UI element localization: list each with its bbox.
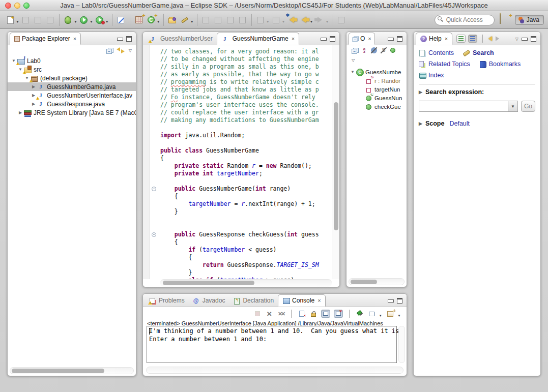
- outline-hscrollbar[interactable]: [349, 278, 405, 285]
- close-icon[interactable]: ×: [292, 36, 295, 42]
- remove-all-terminated-button[interactable]: ✕✕: [277, 310, 285, 318]
- minimize-view-icon[interactable]: [522, 38, 528, 41]
- tab-package-explorer[interactable]: Package Explorer ×: [10, 33, 81, 45]
- tab-help[interactable]: ? Help ×: [416, 33, 452, 45]
- search-expression-section[interactable]: ▶ Search expression:: [419, 88, 535, 96]
- open-type-button[interactable]: [167, 15, 178, 25]
- package-explorer-hscrollbar[interactable]: [10, 367, 134, 374]
- pin-editor-button[interactable]: [336, 15, 346, 25]
- zoom-window-button[interactable]: [23, 3, 30, 9]
- expand-arrow-icon[interactable]: ▶: [17, 110, 23, 115]
- clear-console-button[interactable]: ×: [298, 310, 306, 318]
- fold-collapse-icon[interactable]: [152, 232, 156, 237]
- minimize-view-icon[interactable]: [321, 38, 327, 41]
- code-editor[interactable]: // two classes, for a very good reason: …: [143, 45, 339, 287]
- tab-guessnumbergame[interactable]: J GuessNumberGame ×: [217, 33, 299, 45]
- close-window-button[interactable]: [5, 3, 11, 9]
- terminate-button[interactable]: [253, 310, 262, 318]
- view-menu-icon[interactable]: ▽: [352, 58, 355, 63]
- close-icon[interactable]: ×: [445, 36, 448, 42]
- search-dropdown-icon[interactable]: ▼: [190, 20, 194, 23]
- link-with-editor-icon[interactable]: [117, 47, 125, 53]
- tree-item[interactable]: ▼Lab0: [8, 56, 136, 65]
- close-icon[interactable]: ×: [318, 297, 321, 304]
- external-browser-button[interactable]: [201, 15, 211, 25]
- scope-default-link[interactable]: Default: [449, 120, 470, 127]
- previous-annotation-button[interactable]: [271, 15, 281, 25]
- outline-item[interactable]: ▼GuessNumbe: [347, 68, 407, 76]
- view-menu-icon[interactable]: ▽: [515, 37, 518, 41]
- search-expression-combo[interactable]: ▼: [419, 101, 518, 112]
- expand-arrow-icon[interactable]: ▶: [419, 121, 422, 126]
- display-console-dropdown-icon[interactable]: ▼: [379, 314, 382, 317]
- new-class-button[interactable]: C+: [146, 15, 156, 25]
- tree-item[interactable]: ▶JRE System Library [Java SE 7 (MacOS: [8, 108, 136, 117]
- maximize-view-icon[interactable]: [531, 36, 536, 42]
- next-annotation-dropdown-icon[interactable]: ▼: [266, 20, 270, 23]
- print-button[interactable]: [45, 15, 55, 25]
- open-console-button[interactable]: +: [386, 310, 394, 318]
- tree-item[interactable]: ▼src: [8, 65, 136, 74]
- forward-button[interactable]: [314, 15, 325, 25]
- java-perspective-button[interactable]: Java: [515, 15, 544, 25]
- quick-access-input[interactable]: [435, 15, 495, 25]
- tab-problems[interactable]: Problems: [145, 294, 189, 307]
- go-button[interactable]: Go: [521, 101, 535, 112]
- help-forward-icon[interactable]: [496, 36, 499, 41]
- debug-button[interactable]: [63, 15, 73, 25]
- last-edit-location-button[interactable]: ✱: [287, 15, 297, 25]
- open-console-dropdown-icon[interactable]: ▼: [397, 314, 401, 317]
- expand-arrow-icon[interactable]: ▶: [31, 102, 37, 106]
- show-console-on-stdout-button[interactable]: [321, 310, 330, 318]
- mark-occurrences-button[interactable]: [116, 15, 126, 25]
- new-java-project-button[interactable]: +: [134, 15, 144, 25]
- new-wizard-button[interactable]: +: [5, 15, 15, 25]
- show-search-results-button[interactable]: [468, 35, 477, 43]
- hide-fields-icon[interactable]: [371, 47, 377, 53]
- display-console-button[interactable]: [367, 310, 376, 318]
- maximize-view-icon[interactable]: [397, 298, 402, 304]
- help-back-icon[interactable]: [488, 36, 492, 41]
- expand-arrow-icon[interactable]: ▶: [31, 84, 37, 89]
- editor-hscrollbar[interactable]: [160, 279, 332, 287]
- view-menu-icon[interactable]: ▽: [129, 48, 132, 53]
- tab-outline[interactable]: O ×: [349, 33, 375, 45]
- tree-item[interactable]: ▶JGuessNumberUserInterface.jav: [8, 91, 136, 100]
- next-annotation-button[interactable]: [255, 15, 266, 25]
- show-whitespace-button[interactable]: [225, 15, 236, 25]
- maximize-view-icon[interactable]: [330, 36, 335, 42]
- remove-launch-button[interactable]: ✕: [265, 310, 273, 318]
- outline-item[interactable]: Sr : Randor: [347, 76, 407, 85]
- editor-vscrollbar[interactable]: [332, 45, 339, 279]
- open-perspective-button[interactable]: +: [500, 15, 511, 25]
- collapse-arrow-icon[interactable]: ▼: [350, 70, 356, 74]
- new-wizard-dropdown-icon[interactable]: ▼: [16, 20, 19, 23]
- tab-javadoc[interactable]: Javadoc: [189, 294, 229, 307]
- console-hscrollbar[interactable]: [146, 367, 403, 374]
- scope-section[interactable]: ▶ Scope Default: [419, 120, 535, 127]
- close-icon[interactable]: ×: [368, 36, 371, 42]
- help-related-topics-link[interactable]: Related Topics: [419, 61, 470, 68]
- tree-item[interactable]: ▶JGuessNumberGame.java: [8, 82, 136, 91]
- console-output[interactable]: I'm thinking of a number between 1 and 1…: [147, 326, 397, 363]
- save-all-button[interactable]: [33, 15, 43, 25]
- scroll-lock-button[interactable]: [309, 310, 318, 318]
- console-vscrollbar[interactable]: [398, 326, 405, 363]
- outline-item[interactable]: GuessNun: [347, 94, 407, 102]
- search-button[interactable]: [180, 15, 190, 25]
- run-external-tools-button[interactable]: [95, 15, 105, 25]
- collapse-all-icon[interactable]: [352, 48, 358, 53]
- tab-declaration[interactable]: Declaration: [229, 294, 278, 307]
- help-search-link[interactable]: Search: [463, 49, 494, 56]
- run-dropdown-icon[interactable]: ▼: [90, 20, 93, 23]
- search-expression-input[interactable]: [419, 101, 508, 111]
- tree-item[interactable]: ▼(default package): [8, 74, 136, 82]
- minimize-view-icon[interactable]: [388, 299, 394, 303]
- run-button[interactable]: [79, 15, 89, 25]
- combo-dropdown-icon[interactable]: ▼: [508, 101, 517, 111]
- back-dropdown-icon[interactable]: ▼: [310, 20, 313, 23]
- help-bookmarks-link[interactable]: Bookmarks: [479, 61, 521, 68]
- maximize-view-icon[interactable]: [126, 36, 132, 42]
- outline-item[interactable]: checkGue: [347, 102, 407, 111]
- show-all-topics-button[interactable]: [456, 35, 466, 43]
